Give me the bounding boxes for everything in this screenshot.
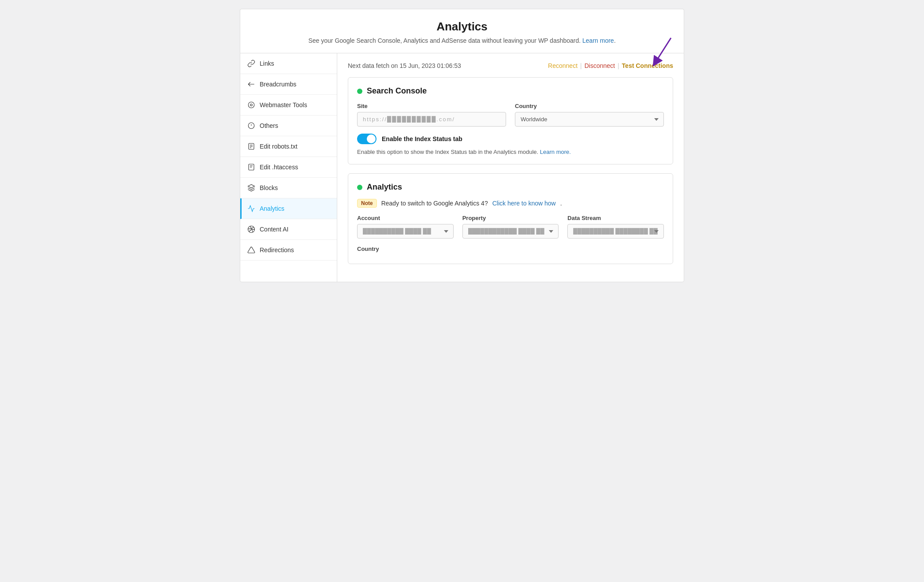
property-select[interactable]: ████████████ ████ ██ [462,224,559,239]
toggle-label: Enable the Index Status tab [382,135,462,142]
analytics-country-label: Country [357,246,481,252]
data-stream-select-wrapper: ██████████ ████████ ██ [567,224,664,239]
property-field-group: Property ████████████ ████ ██ [462,215,559,239]
country-select[interactable]: Worldwide United States United Kingdom C… [515,112,664,127]
account-field-group: Account ██████████ ████ ██ [357,215,454,239]
analytics-card: Analytics Note Ready to switch to Google… [348,173,673,264]
toolbar: Next data fetch on 15 Jun, 2023 01:06:53… [348,62,673,69]
disconnect-button[interactable]: Disconnect [585,62,615,69]
content-ai-icon [247,225,255,233]
sidebar-item-webmaster-tools[interactable]: Webmaster Tools [240,95,337,116]
search-console-card-header: Search Console [357,86,664,96]
analytics-card-header: Analytics [357,183,664,192]
learn-more-link[interactable]: Learn more [582,37,614,44]
sidebar-item-edit-robots[interactable]: Edit robots.txt [240,136,337,157]
separator-2: | [618,62,619,69]
note-row: Note Ready to switch to Google Analytics… [357,199,664,208]
toggle-row: Enable the Index Status tab [357,134,664,144]
sidebar-item-analytics-label: Analytics [260,205,284,212]
sidebar-item-analytics[interactable]: Analytics [240,198,337,219]
account-label: Account [357,215,454,221]
main-container: Links Breadcrumbs Webmaster Tools Others [240,53,684,282]
search-console-title: Search Console [367,86,427,96]
others-icon [247,122,255,130]
separator-1: | [580,62,582,69]
sidebar-item-content-ai[interactable]: Content AI [240,219,337,240]
data-stream-label: Data Stream [567,215,664,221]
index-status-toggle[interactable] [357,134,376,144]
analytics-card-title: Analytics [367,183,402,192]
search-console-card: Search Console Site Country Worldwide Un… [348,77,673,164]
sidebar-item-edit-htaccess-label: Edit .htaccess [260,164,298,171]
webmaster-tools-icon [247,101,255,109]
edit-htaccess-icon [247,163,255,171]
sidebar-item-others-label: Others [260,122,278,129]
edit-robots-icon [247,142,255,150]
search-console-form-row: Site Country Worldwide United States Uni… [357,103,664,127]
page-subtitle: See your Google Search Console, Analytic… [249,37,675,44]
toggle-description: Enable this option to show the Index Sta… [357,149,664,155]
country-field-group: Country Worldwide United States United K… [515,103,664,127]
analytics-status-dot [357,185,362,190]
note-text: Ready to switch to Google Analytics 4? [381,200,488,207]
site-label: Site [357,103,506,109]
svg-marker-12 [248,185,255,188]
content-area: Next data fetch on 15 Jun, 2023 01:06:53… [337,53,684,282]
sidebar-item-others[interactable]: Others [240,116,337,136]
search-console-status-dot [357,89,362,94]
data-stream-field-group: Data Stream ██████████ ████████ ██ [567,215,664,239]
links-icon [247,60,255,67]
site-input[interactable] [357,112,506,127]
analytics-country-field-group: Country [357,246,481,252]
sidebar-item-breadcrumbs-label: Breadcrumbs [260,81,296,88]
toggle-learn-more-link[interactable]: Learn more. [540,149,571,155]
site-field-group: Site [357,103,506,127]
sidebar-item-links[interactable]: Links [240,53,337,74]
arrow-annotation [649,36,675,67]
country-select-wrapper: Worldwide United States United Kingdom C… [515,112,664,127]
sidebar-item-webmaster-tools-label: Webmaster Tools [260,101,307,108]
note-badge: Note [357,199,377,208]
sidebar-item-breadcrumbs[interactable]: Breadcrumbs [240,74,337,95]
analytics-form-row: Account ██████████ ████ ██ Property ████… [357,215,664,239]
account-select-wrapper: ██████████ ████ ██ [357,224,454,239]
sidebar-item-blocks-label: Blocks [260,184,278,191]
svg-point-1 [250,104,253,106]
reconnect-button[interactable]: Reconnect [548,62,578,69]
sidebar-item-links-label: Links [260,60,274,67]
redirections-icon [247,246,255,254]
next-fetch-text: Next data fetch on 15 Jun, 2023 01:06:53 [348,62,461,69]
svg-point-0 [248,102,254,108]
sidebar-item-content-ai-label: Content AI [260,226,288,233]
sidebar-item-redirections[interactable]: Redirections [240,240,337,261]
page-header: Analytics See your Google Search Console… [240,9,684,53]
sidebar-item-edit-htaccess[interactable]: Edit .htaccess [240,157,337,178]
account-select[interactable]: ██████████ ████ ██ [357,224,454,239]
breadcrumbs-icon [247,80,255,88]
data-stream-select[interactable]: ██████████ ████████ ██ [567,224,664,239]
property-select-wrapper: ████████████ ████ ██ [462,224,559,239]
property-label: Property [462,215,559,221]
analytics-icon [247,205,255,213]
toolbar-actions: Reconnect | Disconnect | Test Connection… [548,62,673,69]
ga4-link[interactable]: Click here to know how [492,200,556,207]
sidebar-item-redirections-label: Redirections [260,246,294,254]
blocks-icon [247,184,255,192]
sidebar-item-blocks[interactable]: Blocks [240,178,337,198]
page-title: Analytics [249,20,675,34]
sidebar: Links Breadcrumbs Webmaster Tools Others [240,53,337,282]
sidebar-item-edit-robots-label: Edit robots.txt [260,143,298,150]
country-label: Country [515,103,664,109]
